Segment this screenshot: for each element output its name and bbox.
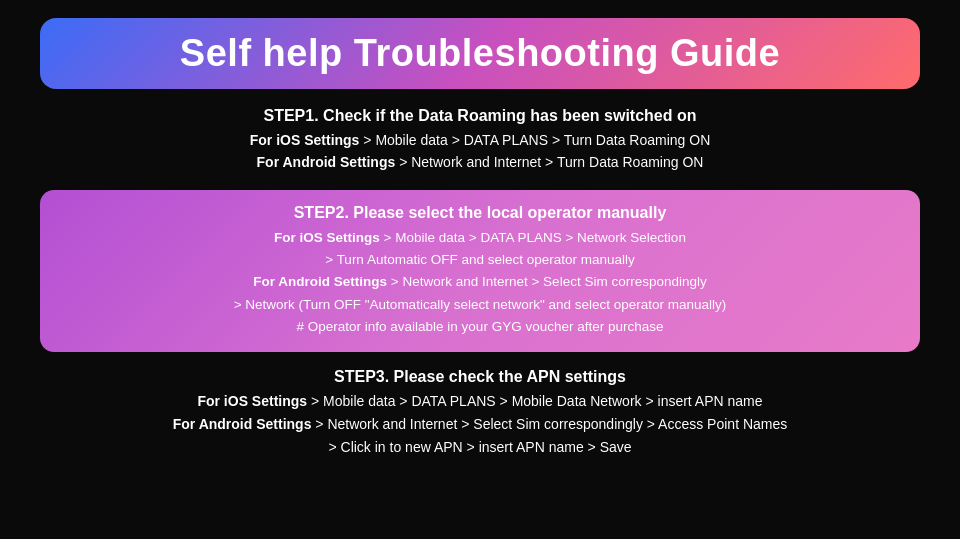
step2-android-line2: > Network (Turn OFF "Automatically selec…	[64, 294, 896, 316]
step2-section: STEP2. Please select the local operator …	[40, 190, 920, 352]
step3-section: STEP3. Please check the APN settings For…	[40, 368, 920, 459]
step1-android-line: For Android Settings > Network and Inter…	[40, 151, 920, 173]
step3-android-line: For Android Settings > Network and Inter…	[40, 413, 920, 436]
step1-ios-label: For iOS Settings	[250, 132, 360, 148]
step3-android-label: For Android Settings	[173, 416, 312, 432]
step3-last-line: > Click in to new APN > insert APN name …	[40, 436, 920, 459]
step2-note: # Operator info available in your GYG vo…	[64, 316, 896, 338]
step1-title: STEP1. Check if the Data Roaming has bee…	[40, 107, 920, 125]
title-banner: Self help Troubleshooting Guide	[40, 18, 920, 89]
step1-ios-text: > Mobile data > DATA PLANS > Turn Data R…	[359, 132, 710, 148]
step3-ios-text: > Mobile data > DATA PLANS > Mobile Data…	[307, 393, 762, 409]
step2-android-label: For Android Settings	[253, 274, 387, 289]
step2-ios-label: For iOS Settings	[274, 230, 380, 245]
step2-ios-line1: For iOS Settings > Mobile data > DATA PL…	[64, 227, 896, 249]
step1-ios-line: For iOS Settings > Mobile data > DATA PL…	[40, 129, 920, 151]
step3-title: STEP3. Please check the APN settings	[40, 368, 920, 386]
main-title: Self help Troubleshooting Guide	[180, 32, 780, 74]
step3-android-text: > Network and Internet > Select Sim corr…	[311, 416, 787, 432]
step2-ios-line2: > Turn Automatic OFF and select operator…	[64, 249, 896, 271]
step2-android-line1: For Android Settings > Network and Inter…	[64, 271, 896, 293]
step2-ios-text1: > Mobile data > DATA PLANS > Network Sel…	[380, 230, 686, 245]
step2-android-text1: > Network and Internet > Select Sim corr…	[387, 274, 707, 289]
step3-ios-label: For iOS Settings	[197, 393, 307, 409]
step1-section: STEP1. Check if the Data Roaming has bee…	[40, 107, 920, 174]
step3-ios-line: For iOS Settings > Mobile data > DATA PL…	[40, 390, 920, 413]
step1-android-text: > Network and Internet > Turn Data Roami…	[395, 154, 703, 170]
step1-android-label: For Android Settings	[257, 154, 396, 170]
step2-title: STEP2. Please select the local operator …	[64, 204, 896, 222]
